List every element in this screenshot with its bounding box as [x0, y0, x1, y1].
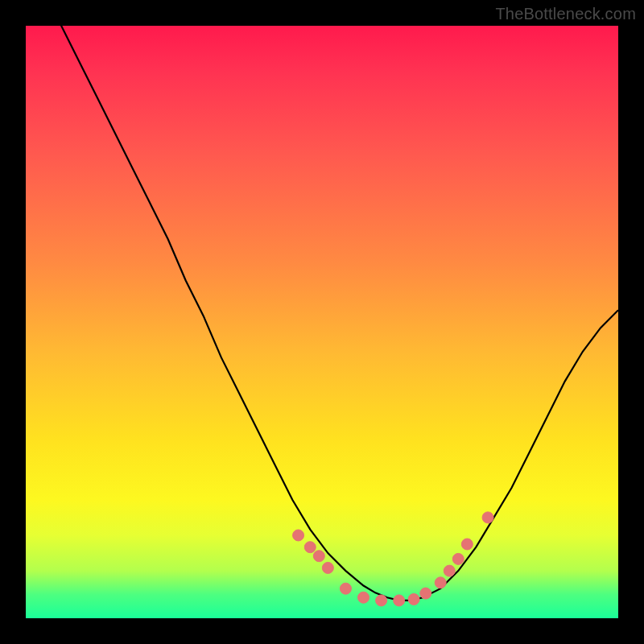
marker-dot	[482, 512, 493, 523]
marker-dot	[313, 551, 324, 562]
watermark-text: TheBottleneck.com	[495, 5, 636, 23]
marker-dot	[461, 539, 473, 550]
marker-dot	[322, 562, 333, 573]
marker-dot	[376, 595, 387, 606]
marker-dot	[408, 593, 419, 605]
marker-dot	[435, 577, 446, 588]
curve-line	[26, 0, 618, 601]
marker-dot	[293, 530, 304, 541]
plot-area	[26, 26, 618, 618]
marker-dot	[420, 588, 431, 599]
marker-dot	[394, 595, 405, 606]
marker-dot	[340, 583, 351, 594]
bottleneck-curve	[26, 26, 618, 618]
marker-dot	[452, 553, 464, 564]
chart-frame: TheBottleneck.com	[0, 0, 644, 644]
marker-dot	[444, 565, 455, 576]
marker-dot	[358, 592, 369, 603]
curve-markers	[293, 512, 494, 606]
marker-dot	[304, 542, 316, 553]
